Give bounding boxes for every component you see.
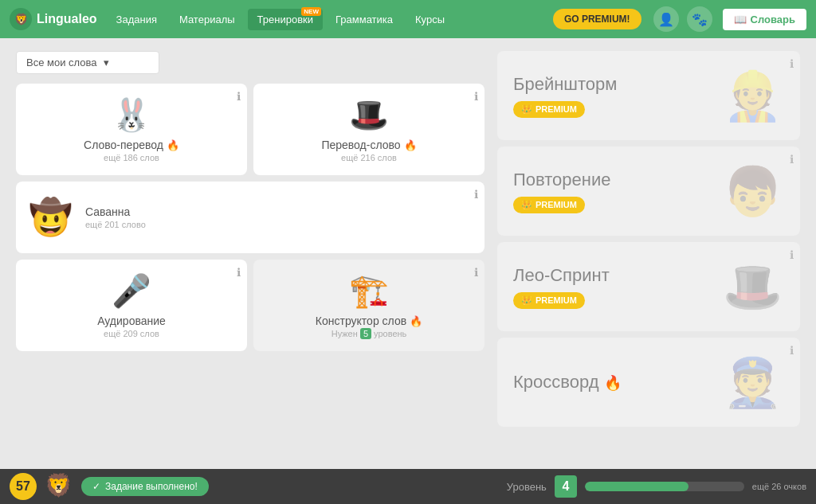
slovo-perevod-subtitle: ещё 186 слов bbox=[104, 153, 159, 162]
info-icon-brein: ℹ bbox=[790, 57, 794, 70]
krossword-char: 👮 bbox=[720, 350, 784, 414]
fire-icon-kross: 🔥 bbox=[604, 375, 622, 391]
task-done-badge: ✓ Задание выполнено! bbox=[81, 477, 209, 496]
card-leo-sprint[interactable]: ℹ Лео-Спринт 👑 PREMIUM 🎩 bbox=[497, 242, 800, 331]
card-audirovanie[interactable]: ℹ 🎤 Аудирование ещё 209 слов bbox=[16, 260, 247, 351]
info-icon-savanna: ℹ bbox=[474, 188, 478, 201]
info-icon-audio: ℹ bbox=[237, 266, 241, 279]
audirovanie-icon: 🎤 bbox=[112, 272, 151, 310]
info-icon-slovo: ℹ bbox=[237, 90, 241, 103]
konstruktor-icon: 🏗️ bbox=[349, 272, 389, 310]
filter-dropdown[interactable]: Все мои слова ▾ bbox=[16, 51, 159, 74]
slovo-perevod-icon: 🐰 bbox=[112, 96, 151, 134]
card-povtorenie[interactable]: ℹ Повторение 👑 PREMIUM 👦 bbox=[497, 147, 800, 236]
povtorenie-title: Повторение bbox=[513, 170, 720, 190]
fire-icon-perevod: 🔥 bbox=[404, 139, 417, 151]
points-text: ещё 26 очков bbox=[752, 482, 806, 491]
card-breinshtorm[interactable]: ℹ Брейншторм 👑 PREMIUM 👷 bbox=[497, 51, 800, 140]
nav-zadaniya[interactable]: Задания bbox=[107, 9, 167, 30]
chevron-down-icon: ▾ bbox=[104, 57, 109, 68]
nav-trenirovki[interactable]: Тренировки NEW bbox=[248, 9, 323, 30]
info-icon-perevod: ℹ bbox=[474, 90, 478, 103]
card-slovo-perevod[interactable]: ℹ 🐰 Слово-перевод 🔥 ещё 186 слов bbox=[16, 84, 247, 175]
konstruktor-title: Конструктор слов 🔥 bbox=[316, 315, 422, 327]
level-num: 4 bbox=[555, 475, 577, 498]
filter-label: Все мои слова bbox=[26, 57, 97, 68]
savanna-subtitle: ещё 201 слово bbox=[85, 220, 146, 229]
leo-sprint-title: Лео-Спринт bbox=[513, 265, 720, 286]
right-panel: ℹ Брейншторм 👑 PREMIUM 👷 ℹ Повторение 👑 … bbox=[497, 51, 800, 456]
level-text: Уровень bbox=[507, 481, 547, 493]
logo[interactable]: 🦁 Lingualeo bbox=[10, 8, 97, 30]
check-icon: ✓ bbox=[92, 481, 100, 492]
logo-text: Lingualeo bbox=[37, 12, 97, 26]
info-icon-kross: ℹ bbox=[790, 344, 794, 357]
logo-icon: 🦁 bbox=[10, 8, 32, 30]
info-icon-konstr: ℹ bbox=[474, 266, 478, 279]
go-premium-button[interactable]: GO PREMIUM! bbox=[553, 9, 641, 29]
krossword-title: Кроссворд 🔥 bbox=[513, 372, 720, 393]
crown-icon-leo: 👑 bbox=[521, 295, 532, 306]
card-krossword[interactable]: ℹ Кроссворд 🔥 👮 bbox=[497, 338, 800, 427]
nav-kursy[interactable]: Курсы bbox=[406, 9, 454, 30]
top-training-row: ℹ 🐰 Слово-перевод 🔥 ещё 186 слов ℹ 🎩 Пер… bbox=[16, 84, 484, 175]
premium-badge-leo: 👑 PREMIUM bbox=[513, 292, 585, 309]
breinshtorm-char: 👷 bbox=[720, 64, 784, 127]
progress-bar-fill bbox=[585, 482, 688, 491]
fire-icon-konstr: 🔥 bbox=[410, 315, 422, 327]
level-badge: 57 bbox=[10, 473, 37, 500]
breinshtorm-title: Брейншторм bbox=[513, 74, 720, 95]
perevod-slovo-subtitle: ещё 216 слов bbox=[341, 153, 397, 162]
perevod-slovo-icon: 🎩 bbox=[349, 96, 389, 134]
card-konstruktor[interactable]: ℹ 🏗️ Конструктор слов 🔥 Нужен 5 уровень bbox=[253, 260, 484, 351]
bottom-training-row: ℹ 🎤 Аудирование ещё 209 слов ℹ 🏗️ Констр… bbox=[16, 260, 484, 351]
progress-bar bbox=[585, 482, 744, 491]
povtorenie-char: 👦 bbox=[720, 159, 784, 223]
navbar: 🦁 Lingualeo Задания Материалы Тренировки… bbox=[0, 0, 816, 38]
konstruktor-subtitle: Нужен 5 уровень bbox=[332, 329, 407, 338]
crown-icon-povt: 👑 bbox=[521, 200, 532, 210]
audirovanie-subtitle: ещё 209 слов bbox=[104, 329, 159, 338]
premium-badge-brein: 👑 PREMIUM bbox=[513, 101, 585, 118]
info-icon-leo: ℹ bbox=[790, 248, 794, 261]
info-icon-povt: ℹ bbox=[790, 153, 794, 166]
savanna-icon: 🤠 bbox=[29, 197, 73, 238]
perevod-slovo-title: Перевод-слово 🔥 bbox=[321, 139, 416, 151]
user-icon[interactable]: 👤 bbox=[653, 6, 679, 32]
slovo-perevod-title: Слово-перевод 🔥 bbox=[84, 139, 179, 151]
crown-icon-brein: 👑 bbox=[521, 104, 532, 115]
nav-grammatika[interactable]: Грамматика bbox=[326, 9, 402, 30]
nav-materialy[interactable]: Материалы bbox=[170, 9, 245, 30]
dict-button[interactable]: 📖 Словарь bbox=[723, 9, 806, 30]
audirovanie-title: Аудирование bbox=[97, 315, 166, 327]
fire-icon-slovo: 🔥 bbox=[167, 139, 179, 151]
left-panel: Все мои слова ▾ ℹ 🐰 Слово-перевод 🔥 ещё … bbox=[16, 51, 484, 456]
card-perevod-slovo[interactable]: ℹ 🎩 Перевод-слово 🔥 ещё 216 слов bbox=[253, 84, 484, 175]
leo-sprint-char: 🎩 bbox=[720, 255, 784, 318]
premium-badge-povt: 👑 PREMIUM bbox=[513, 197, 585, 213]
new-badge: NEW bbox=[301, 7, 321, 16]
dict-icon: 📖 bbox=[734, 14, 747, 25]
savanna-title: Саванна bbox=[85, 205, 146, 218]
lion-icon: 🦁 bbox=[45, 472, 73, 501]
level-highlight: 5 bbox=[360, 328, 371, 339]
paw-icon[interactable]: 🐾 bbox=[687, 6, 712, 32]
bottom-bar: 57 🦁 ✓ Задание выполнено! Уровень 4 ещё … bbox=[0, 469, 816, 504]
card-savanna[interactable]: ℹ 🤠 Саванна ещё 201 слово bbox=[16, 182, 484, 253]
main-content: Все мои слова ▾ ℹ 🐰 Слово-перевод 🔥 ещё … bbox=[0, 38, 816, 469]
